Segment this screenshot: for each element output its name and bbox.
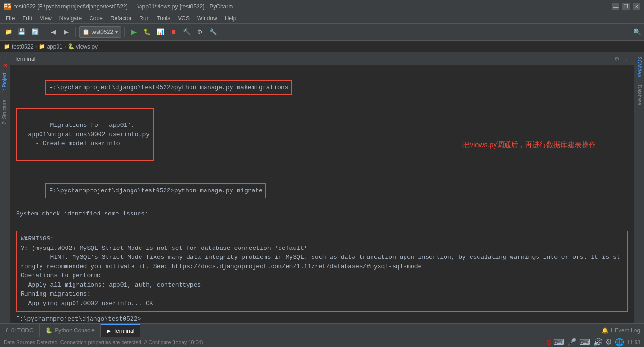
- menu-item-help[interactable]: Help: [221, 14, 240, 23]
- project-folder-icon: 📁: [4, 43, 10, 50]
- toolbar-open-button[interactable]: 📁: [3, 26, 14, 38]
- breadcrumb-project-label: test0522: [12, 43, 33, 50]
- minimize-button[interactable]: —: [612, 3, 619, 10]
- toolbar-back-button[interactable]: ◀: [48, 26, 59, 38]
- toolbar-separator-2: [75, 27, 76, 37]
- terminal-title: Terminal: [14, 56, 35, 62]
- speaker-icon[interactable]: 🔊: [593, 338, 603, 347]
- chinese-annotation: 把views.py调通后，再进行数据库建表操作: [462, 140, 596, 149]
- left-side-panel: + ✕ 1: Project 7: Structure: [0, 53, 10, 323]
- menu-item-refactor[interactable]: Refactor: [107, 14, 135, 23]
- todo-tab-icon: 6: [6, 327, 9, 334]
- add-terminal-button[interactable]: +: [0, 53, 10, 62]
- toolbar-separator-3: [124, 27, 125, 37]
- maximize-button[interactable]: ❐: [622, 3, 630, 10]
- toolbar-sync-button[interactable]: 🔄: [29, 26, 41, 38]
- sogou-icon[interactable]: S: [546, 339, 551, 346]
- terminal-line-cmd2: F:\pycharmproject\django\test0522>python…: [16, 173, 628, 210]
- app01-folder-icon: 📁: [39, 43, 45, 50]
- settings-icon[interactable]: ⚙: [605, 338, 612, 347]
- cmd2-command: python manage.py migrate: [174, 187, 263, 194]
- breadcrumb-project[interactable]: 📁 test0522: [4, 43, 33, 50]
- sidebar-item-structure[interactable]: 7: Structure: [0, 96, 10, 128]
- menu-bar: FileEditViewNavigateCodeRefactorRunTools…: [0, 13, 644, 24]
- warnings-box: WARNINGS: ?: (mysql.W002) MySQL Strict M…: [16, 231, 628, 312]
- project-selector[interactable]: 📋 test0522 ▾: [79, 26, 121, 38]
- toolbar-separator-1: [44, 27, 44, 37]
- terminal-controls[interactable]: ⚙ ↓: [612, 55, 630, 63]
- spacer-2: [16, 219, 628, 228]
- menu-item-run[interactable]: Run: [135, 14, 153, 23]
- menu-item-navigate[interactable]: Navigate: [56, 14, 85, 23]
- breadcrumb-app01[interactable]: 📁 app01: [39, 43, 62, 50]
- terminal-final-prompt: F:\pycharmproject\django\test0522>: [16, 314, 628, 323]
- breadcrumb: 📁 test0522 › 📁 app01 › 🐍 views.py: [0, 41, 644, 53]
- stop-button[interactable]: ⏹: [168, 26, 179, 38]
- tab-todo-label: 6: TODO: [11, 327, 34, 334]
- cmd1-prompt: F:\pycharmproject\django\test0522>: [49, 84, 174, 91]
- menu-item-code[interactable]: Code: [85, 14, 107, 23]
- menu-item-vcs[interactable]: VCS: [174, 14, 193, 23]
- breadcrumb-views-label: views.py: [76, 43, 98, 50]
- system-check-line: System check identified some issues:: [16, 209, 628, 219]
- toolbar-more-1[interactable]: ⚙: [194, 26, 206, 38]
- tab-python-console-label: Python Console: [55, 327, 95, 334]
- cmd2-box: F:\pycharmproject\django\test0522>python…: [45, 183, 266, 198]
- status-bar: Data Sources Detected: Connection proper…: [0, 337, 644, 347]
- terminal-header: Terminal ⚙ ↓: [10, 53, 634, 65]
- close-terminal-button[interactable]: ✕: [0, 62, 10, 69]
- tab-terminal-label: Terminal: [113, 328, 134, 334]
- cmd1-box: F:\pycharmproject\django\test0522>python…: [45, 80, 292, 95]
- main-area: + ✕ 1: Project 7: Structure Terminal ⚙ ↓…: [0, 53, 644, 323]
- menu-item-tools[interactable]: Tools: [153, 14, 174, 23]
- toolbar: 📁 💾 🔄 ◀ ▶ 📋 test0522 ▾ ▶ 🐛 📊 ⏹ 🔨 ⚙ 🔧 🔍: [0, 24, 644, 41]
- keyboard-icon[interactable]: ⌨: [553, 338, 564, 347]
- breadcrumb-sep-1: ›: [35, 44, 37, 49]
- input-icon[interactable]: ⌨: [579, 338, 590, 347]
- close-button[interactable]: ✕: [633, 3, 640, 10]
- terminal-settings-button[interactable]: ⚙: [612, 55, 621, 63]
- sidebar-item-database[interactable]: Database: [634, 81, 644, 109]
- terminal-hide-button[interactable]: ↓: [623, 55, 630, 63]
- menu-item-file[interactable]: File: [2, 14, 18, 23]
- migrations-output-text: Migrations for 'app01': app01\migrations…: [21, 122, 149, 147]
- terminal-body[interactable]: 把views.py调通后，再进行数据库建表操作 F:\pycharmprojec…: [10, 65, 634, 323]
- mic-icon[interactable]: 🎤: [567, 338, 577, 347]
- tab-python-console[interactable]: 🐍 Python Console: [40, 324, 101, 337]
- bottom-right: 🔔 1 Event Log: [598, 324, 644, 337]
- project-selector-icon: 📋: [83, 29, 90, 35]
- event-log-icon: 🔔: [602, 327, 609, 334]
- menu-item-edit[interactable]: Edit: [18, 14, 36, 23]
- breadcrumb-sep-2: ›: [65, 44, 66, 49]
- sidebar-item-scmview[interactable]: SCMView: [634, 53, 644, 81]
- tab-todo[interactable]: 6 6: TODO: [0, 324, 40, 337]
- event-log-label[interactable]: 1 Event Log: [610, 327, 640, 334]
- sidebar-item-project[interactable]: 1: Project: [0, 69, 10, 96]
- cmd2-prompt: F:\pycharmproject\django\test0522>: [49, 187, 174, 194]
- debug-button[interactable]: 🐛: [141, 26, 153, 38]
- menu-item-view[interactable]: View: [36, 14, 56, 23]
- breadcrumb-views[interactable]: 🐍 views.py: [68, 43, 98, 50]
- project-selector-label: test0522: [91, 29, 113, 35]
- run-coverage-button[interactable]: 📊: [155, 26, 166, 38]
- toolbar-forward-button[interactable]: ▶: [61, 26, 72, 38]
- search-icon[interactable]: 🔍: [633, 28, 641, 36]
- project-selector-dropdown: ▾: [115, 29, 118, 35]
- cmd1-command: python manage.py makemigrations: [174, 84, 289, 91]
- tab-terminal[interactable]: ▶ Terminal: [101, 324, 140, 337]
- toolbar-more-2[interactable]: 🔧: [207, 26, 219, 38]
- run-button[interactable]: ▶: [128, 26, 140, 38]
- menu-item-window[interactable]: Window: [193, 14, 221, 23]
- toolbar-save-button[interactable]: 💾: [16, 26, 27, 38]
- terminal-line-cmd1: F:\pycharmproject\django\test0522>python…: [16, 69, 628, 106]
- breadcrumb-app01-label: app01: [47, 43, 62, 50]
- status-time: 11:53: [627, 339, 640, 345]
- status-right: S ⌨ 🎤 ⌨ 🔊 ⚙ 🌐 11:53: [546, 338, 640, 347]
- network-icon[interactable]: 🌐: [615, 338, 624, 347]
- build-button[interactable]: 🔨: [181, 26, 192, 38]
- content-area: Terminal ⚙ ↓ 把views.py调通后，再进行数据库建表操作 F:\…: [10, 53, 634, 323]
- migrations-output-box: Migrations for 'app01': app01\migrations…: [16, 108, 154, 162]
- title-bar-controls[interactable]: — ❐ ✕: [612, 3, 640, 10]
- title-bar-left: PG test0522 [F:\pycharmproject\django\te…: [4, 3, 233, 10]
- views-file-icon: 🐍: [68, 43, 74, 50]
